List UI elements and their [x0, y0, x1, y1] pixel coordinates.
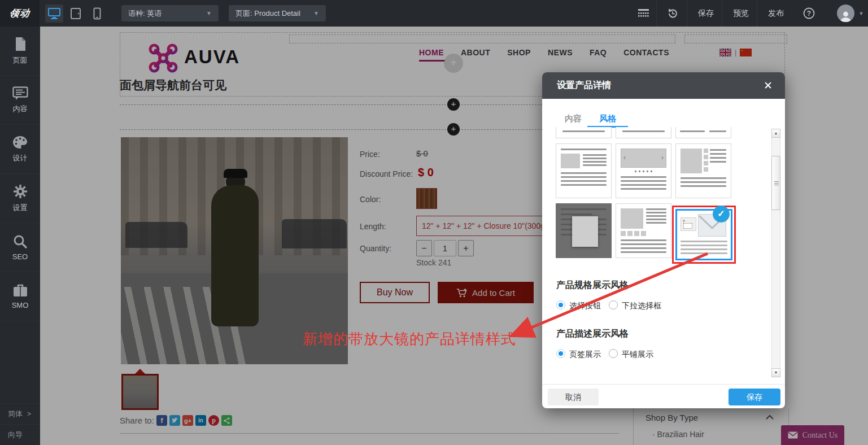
radio-spec-buttons[interactable] [556, 300, 565, 309]
sidebar-item-settings[interactable]: 设置 [0, 174, 40, 223]
mobile-view-button[interactable] [88, 5, 106, 23]
user-avatar[interactable] [837, 5, 854, 22]
sidebar-item-seo[interactable]: SEO [0, 223, 40, 272]
content-icon [12, 86, 28, 100]
editor-sidebar: 页面 内容 设计 设置 SEO SMO 简体 > [0, 27, 40, 445]
desktop-view-button[interactable] [45, 5, 63, 23]
style-thumbnail[interactable] [556, 127, 612, 138]
preview-button[interactable]: 预览 [725, 0, 757, 27]
radio-desc-flat[interactable] [609, 349, 618, 358]
tablet-view-button[interactable] [67, 5, 85, 23]
account-caret-icon[interactable]: ▼ [856, 0, 866, 27]
modal-footer-divider [542, 384, 785, 385]
editor-toolbar: 领动 语种: 英语▼ 页面: Product Detail▼ [0, 0, 868, 27]
style-thumbnail-lightbox[interactable] [556, 203, 612, 258]
style-thumbnail[interactable] [616, 127, 671, 138]
app-logo[interactable]: 领动 [0, 0, 40, 27]
palette-icon [12, 136, 28, 149]
components-grid-button[interactable] [631, 0, 655, 27]
gear-icon [13, 184, 28, 199]
sidebar-item-design[interactable]: 设计 [0, 125, 40, 174]
modal-title: 设置产品详情 [557, 80, 611, 91]
radio-spec-buttons-label[interactable]: 选择按钮 [569, 301, 601, 311]
radio-desc-tabs[interactable] [556, 349, 565, 358]
sidebar-item-smo[interactable]: SMO [0, 272, 40, 321]
history-button[interactable] [660, 0, 686, 27]
style-thumbnail-gallery-column[interactable] [675, 143, 731, 198]
radio-desc-tabs-label[interactable]: 页签展示 [569, 350, 601, 360]
editor-window: AUVA HOME ABOUT SHOP NEWS FAQ CONTACTS +… [0, 0, 868, 445]
sidebar-bottom: 简体 > 向导 [0, 403, 40, 445]
radio-spec-dropdown-label[interactable]: 下拉选择框 [622, 301, 661, 311]
style-thumbnail-carousel[interactable]: ‹ › [616, 143, 671, 198]
svg-text:?: ? [806, 10, 810, 18]
toolbar-separator [687, 0, 687, 27]
selected-check-icon: ✓ [713, 206, 730, 223]
radio-spec-dropdown[interactable] [609, 300, 618, 309]
toolbar-separator [656, 0, 657, 27]
style-thumbnail-thumbs-row[interactable] [616, 203, 671, 258]
save-button[interactable]: 保存 [690, 0, 722, 27]
cancel-button[interactable]: 取消 [548, 389, 599, 405]
help-icon[interactable]: ? [797, 0, 820, 27]
toolbar-separator [757, 0, 757, 27]
style-thumbnail[interactable] [675, 127, 731, 138]
page-dropdown[interactable]: 页面: Product Detail▼ [229, 5, 326, 21]
desc-style-title: 产品描述展示风格 [556, 328, 629, 340]
simplified-chinese-toggle[interactable]: 简体 > [0, 403, 40, 424]
search-icon [13, 234, 27, 248]
modal-save-button[interactable]: 保存 [729, 389, 780, 405]
style-thumbnail-image-left[interactable] [556, 143, 612, 198]
sidebar-item-content[interactable]: 内容 [0, 76, 40, 125]
close-icon[interactable]: ✕ [764, 79, 773, 92]
spec-style-title: 产品规格展示风格 [556, 280, 629, 291]
wizard-button[interactable]: 向导 [0, 424, 40, 445]
page-icon [14, 37, 27, 51]
briefcase-icon [13, 283, 28, 297]
modal-header: 设置产品详情 ✕ [542, 72, 785, 99]
tab-style[interactable]: 风格 [599, 114, 616, 124]
annotation-text: 新增的带放大镜的产品详情样式 [303, 329, 516, 349]
scroll-down-button[interactable]: ▼ [771, 368, 780, 377]
scroll-up-button[interactable]: ▲ [771, 129, 780, 138]
tab-content[interactable]: 内容 [565, 114, 582, 124]
sidebar-item-pages[interactable]: 页面 [0, 27, 40, 76]
toolbar-separator [722, 0, 722, 27]
language-dropdown[interactable]: 语种: 英语▼ [121, 5, 219, 21]
chevron-right-icon: > [27, 410, 31, 418]
modal-scrollbar-thumb[interactable] [771, 156, 780, 210]
publish-button[interactable]: 发布 [760, 0, 792, 27]
radio-desc-flat-label[interactable]: 平铺展示 [622, 350, 653, 360]
